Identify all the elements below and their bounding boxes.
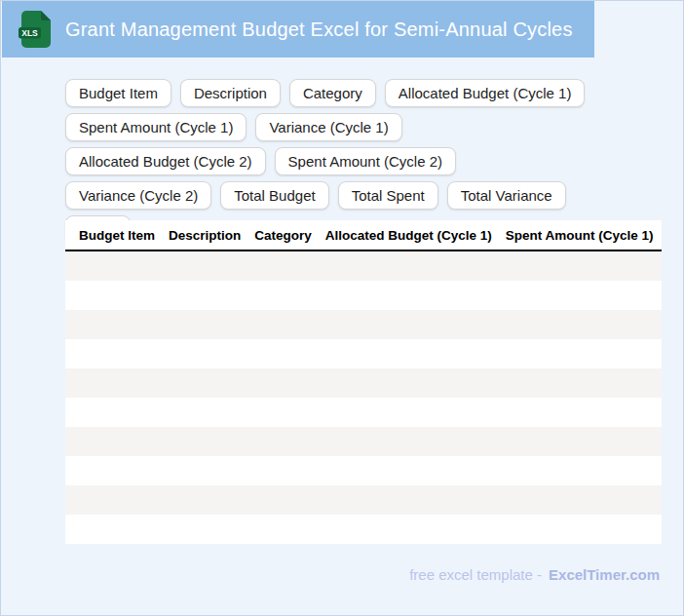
budget-table: Budget Item Description Category Allocat… [65,220,662,544]
column-header-category: Category [247,228,319,243]
header-banner: XLS Grant Management Budget Excel for Se… [2,1,594,58]
footer: free excel template -ExcelTimer.com [409,566,660,583]
table-body [65,251,662,544]
chip-category[interactable]: Category [289,79,376,107]
brand-link[interactable]: ExcelTimer.com [549,566,660,583]
column-header-budget-item: Budget Item [65,228,162,243]
page-title: Grant Management Budget Excel for Semi-A… [65,19,573,41]
chip-spent-amount-cycle-1[interactable]: Spent Amount (Cycle 1) [65,113,247,141]
table-row [65,456,662,485]
chip-spent-amount-cycle-2[interactable]: Spent Amount (Cycle 2) [275,147,456,175]
footer-text: free excel template - [409,566,542,583]
table-row [65,427,662,456]
table-row [65,339,662,368]
chip-allocated-budget-cycle-2[interactable]: Allocated Budget (Cycle 2) [65,147,266,175]
table-row [65,515,662,544]
column-chip-list: Budget Item Description Category Allocat… [65,79,599,244]
column-header-description: Description [162,228,247,243]
chip-description[interactable]: Description [180,79,281,107]
page: { "header": { "title": "Grant Management… [0,0,684,616]
table-row [65,281,662,310]
chip-total-budget[interactable]: Total Budget [220,181,328,210]
chip-variance-cycle-2[interactable]: Variance (Cycle 2) [65,181,211,210]
table-row [65,368,662,398]
chip-allocated-budget-cycle-1[interactable]: Allocated Budget (Cycle 1) [385,79,586,107]
chip-total-variance[interactable]: Total Variance [447,181,566,210]
column-header-variance-cycle-1: Variance (Cycle 1) [661,228,662,243]
table-row [65,485,662,515]
column-header-spent-amount-cycle-1: Spent Amount (Cycle 1) [499,228,661,243]
table-header-row: Budget Item Description Category Allocat… [65,220,662,251]
svg-text:XLS: XLS [21,28,38,38]
chip-budget-item[interactable]: Budget Item [65,79,171,107]
table-row [65,310,662,339]
column-header-allocated-budget-cycle-1: Allocated Budget (Cycle 1) [319,228,499,243]
chip-total-spent[interactable]: Total Spent [338,181,438,210]
chip-variance-cycle-1[interactable]: Variance (Cycle 1) [255,113,401,141]
xls-file-icon: XLS [18,11,53,48]
table-row [65,398,662,427]
table-row [65,251,662,281]
